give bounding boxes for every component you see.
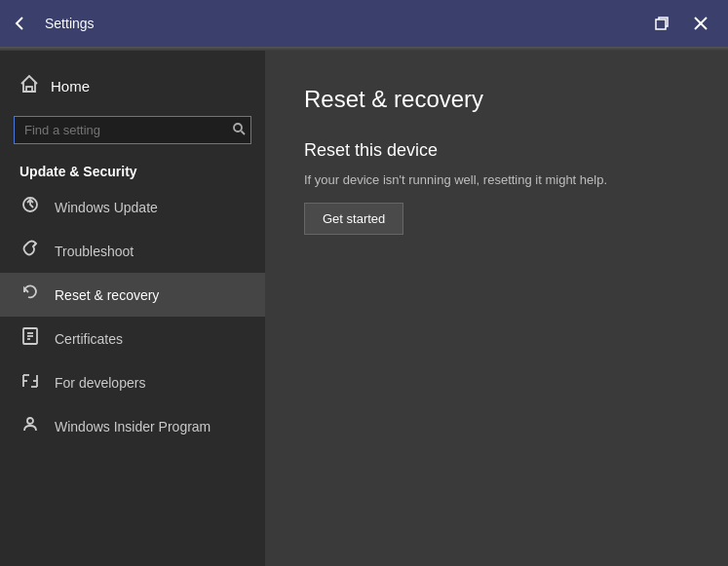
sidebar: Home Update & Security Win <box>0 51 265 566</box>
certificates-icon <box>19 326 41 351</box>
page-title: Reset & recovery <box>304 86 689 113</box>
titlebar-left: Settings <box>12 15 95 32</box>
home-icon <box>19 74 39 98</box>
reset-recovery-icon <box>19 283 41 307</box>
back-button[interactable] <box>12 15 29 32</box>
svg-rect-0 <box>656 19 666 29</box>
content-area: Reset & recovery Reset this device If yo… <box>265 51 728 566</box>
sidebar-item-reset-recovery[interactable]: Reset & recovery <box>0 273 265 317</box>
home-label: Home <box>51 78 90 94</box>
sidebar-item-windows-update[interactable]: Windows Update <box>0 185 265 229</box>
sidebar-item-for-developers[interactable]: For developers <box>0 360 265 404</box>
search-input[interactable] <box>14 116 251 144</box>
certificates-label: Certificates <box>55 331 123 347</box>
search-box <box>14 116 251 144</box>
restore-button[interactable] <box>646 8 677 39</box>
svg-point-4 <box>234 124 242 132</box>
sidebar-item-certificates[interactable]: Certificates <box>0 317 265 360</box>
sidebar-item-home[interactable]: Home <box>0 66 265 106</box>
svg-point-18 <box>27 418 33 424</box>
reset-recovery-label: Reset & recovery <box>55 287 159 303</box>
svg-rect-3 <box>26 87 32 92</box>
sidebar-item-troubleshoot[interactable]: Troubleshoot <box>0 229 265 273</box>
windows-update-label: Windows Update <box>55 200 158 215</box>
windows-update-icon <box>19 195 41 219</box>
titlebar: Settings <box>0 0 728 47</box>
for-developers-label: For developers <box>55 375 145 391</box>
get-started-button[interactable]: Get started <box>304 203 403 235</box>
for-developers-icon <box>19 370 41 395</box>
windows-insider-label: Windows Insider Program <box>55 419 211 434</box>
troubleshoot-label: Troubleshoot <box>55 244 134 259</box>
windows-insider-icon <box>19 414 41 438</box>
reset-section-title: Reset this device <box>304 140 689 161</box>
titlebar-controls <box>646 8 716 39</box>
reset-section-desc: If your device isn't running well, reset… <box>304 172 689 187</box>
svg-line-7 <box>33 244 36 246</box>
svg-line-5 <box>242 132 246 135</box>
troubleshoot-icon <box>19 239 41 263</box>
main-layout: Home Update & Security Win <box>0 51 728 566</box>
app-title: Settings <box>45 16 95 31</box>
close-button[interactable] <box>685 8 716 39</box>
sidebar-item-windows-insider[interactable]: Windows Insider Program <box>0 404 265 448</box>
section-label: Update & Security <box>0 154 265 185</box>
search-icon[interactable] <box>232 122 246 138</box>
